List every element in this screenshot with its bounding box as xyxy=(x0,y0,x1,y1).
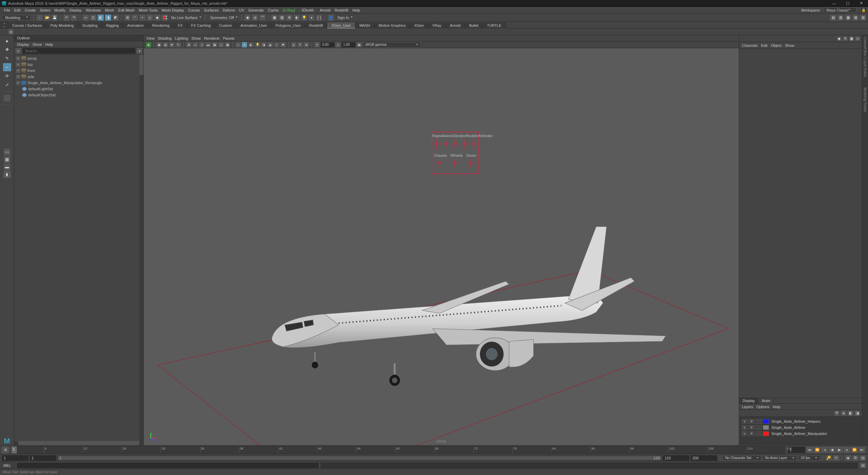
range-start-total[interactable]: 1 xyxy=(2,455,28,461)
vp-color-space-dropdown[interactable]: sRGB gamma xyxy=(363,42,421,48)
vp-select-camera-icon[interactable]: ◉ xyxy=(146,42,151,48)
undo-icon[interactable]: ↶ xyxy=(63,15,70,21)
shelf-tab-animation-user[interactable]: Animation_User xyxy=(236,22,271,28)
vp-safe-title-icon[interactable]: ▣ xyxy=(225,42,230,48)
shelf-tab-rendering[interactable]: Rendering xyxy=(148,22,174,28)
shelf-tab-arnold[interactable]: Arnold xyxy=(446,22,465,28)
layer-type-toggle[interactable] xyxy=(756,425,762,430)
outliner-menu-help[interactable]: Help xyxy=(45,42,53,46)
playblast-icon[interactable]: ▸ xyxy=(309,15,315,21)
vp-2d-pan-icon[interactable]: ✥ xyxy=(169,42,175,48)
layer-row[interactable]: VPSingle_Aisle_Airliner_Manipulator xyxy=(740,431,861,437)
menu-mesh-tools[interactable]: Mesh Tools xyxy=(137,7,159,13)
snap-curve-icon[interactable]: ◠ xyxy=(132,15,138,21)
menu-help[interactable]: Help xyxy=(350,7,362,13)
panel-opt-icon[interactable]: ◆ xyxy=(837,36,842,41)
vp-shaded-icon[interactable]: ● xyxy=(242,42,247,48)
layer-visibility-toggle[interactable]: V xyxy=(742,431,748,436)
vp-isolate-icon[interactable]: ◎ xyxy=(291,42,296,48)
vp-grease-icon[interactable]: ✎ xyxy=(176,42,181,48)
select-component-icon[interactable]: ◩ xyxy=(113,15,119,21)
vp-safe-action-icon[interactable]: ▢ xyxy=(218,42,224,48)
layer-type-toggle[interactable] xyxy=(756,431,762,436)
outliner-search-options-icon[interactable]: ▾ xyxy=(137,48,142,54)
shelf-tab-custom[interactable]: Custom xyxy=(215,22,236,28)
outliner-item[interactable]: defaultObjectSet xyxy=(14,92,143,98)
shelf-tab-bullet[interactable]: Bullet xyxy=(465,22,483,28)
character-set-dropdown[interactable]: No Character Set xyxy=(723,455,761,461)
maya-logo-icon[interactable]: M xyxy=(3,437,11,445)
select-all-icon[interactable]: ◫ xyxy=(90,15,96,21)
file-new-icon[interactable]: ▫ xyxy=(37,15,43,21)
vp-grid-icon[interactable]: ⊞ xyxy=(186,42,192,48)
menu-redshift[interactable]: Redshift xyxy=(333,7,350,13)
layer-row[interactable]: VPSingle_Aisle_Airliner xyxy=(740,424,861,431)
shelf-tab-fx-caching[interactable]: FX Caching xyxy=(187,22,215,28)
vp-xray-joints-icon[interactable]: ⊗ xyxy=(304,42,309,48)
lasso-tool[interactable]: ✥ xyxy=(3,45,11,54)
outliner-item[interactable]: +persp xyxy=(14,55,143,61)
rotate-tool[interactable]: ⟳ xyxy=(3,72,11,80)
range-end[interactable]: 120 xyxy=(663,455,689,461)
select-hierarchy-icon[interactable]: ◧ xyxy=(98,15,104,21)
menu-file[interactable]: File xyxy=(2,7,12,13)
layer-color-swatch[interactable] xyxy=(763,431,769,436)
menu-cache[interactable]: Cache xyxy=(266,7,281,13)
anim-layer-dropdown[interactable]: No Anim Layer xyxy=(763,455,797,461)
vp-ao-icon[interactable]: ◒ xyxy=(268,42,273,48)
layer-visibility-toggle[interactable]: V xyxy=(742,425,748,430)
menu-display[interactable]: Display xyxy=(67,7,84,13)
light-icon[interactable]: 💡 xyxy=(301,15,307,21)
outliner-filter-icon[interactable]: ≡ xyxy=(16,48,21,54)
shelf-tab-vray[interactable]: VRay xyxy=(428,22,446,28)
vp-shadows-icon[interactable]: ◑ xyxy=(261,42,267,48)
step-fwd-button[interactable]: ▸ xyxy=(844,447,850,453)
menu-mesh[interactable]: Mesh xyxy=(103,7,116,13)
menu-deform[interactable]: Deform xyxy=(221,7,237,13)
shelf-tab-polygons-user[interactable]: Polygons_User xyxy=(272,22,305,28)
cmd-language-label[interactable]: MEL xyxy=(0,462,15,469)
command-input[interactable] xyxy=(17,463,319,468)
timeslider-track[interactable]: 1 16121824303642485460667278849096102108… xyxy=(11,446,786,454)
panel-opt-icon[interactable]: ↻ xyxy=(843,36,848,41)
layers-menu-help[interactable]: Help xyxy=(773,405,781,409)
range-track[interactable]: 1 120 xyxy=(58,456,662,460)
shelf-icon-1[interactable]: ◎ xyxy=(8,29,14,35)
outliner-item[interactable]: +Single_Aisle_Airliner_Manipulator_Recta… xyxy=(14,80,143,86)
menu--v-ray-[interactable]: [V-Ray] xyxy=(281,7,297,13)
minimize-button[interactable]: — xyxy=(827,0,841,7)
vp-menu-view[interactable]: View xyxy=(146,36,155,40)
render-icon[interactable]: 🎬 xyxy=(259,15,265,21)
layer-tab-display[interactable]: Display xyxy=(739,398,758,403)
script-editor-toggle-icon[interactable]: ▤ xyxy=(860,463,866,468)
vp-menu-renderer[interactable]: Renderer xyxy=(204,36,220,40)
toggle-modeling-toolkit-icon[interactable]: ▥ xyxy=(837,15,844,21)
menu-modify[interactable]: Modify xyxy=(52,7,67,13)
layer-playback-toggle[interactable]: P xyxy=(749,425,755,430)
menu-generate[interactable]: Generate xyxy=(246,7,266,13)
expand-icon[interactable]: + xyxy=(16,57,20,60)
vp-film-gate-icon[interactable]: ▭ xyxy=(193,42,198,48)
vp-motion-blur-icon[interactable]: ≈ xyxy=(274,42,279,48)
select-mode-icon[interactable]: ▭ xyxy=(83,15,89,21)
workspace-dropdown[interactable]: Maya Classic* xyxy=(824,7,856,13)
outliner-tree[interactable]: +persp+top+front+side+Single_Aisle_Airli… xyxy=(14,55,143,441)
shelf-tab-animation[interactable]: Animation xyxy=(123,22,148,28)
sequence-icon[interactable]: ❘❘ xyxy=(316,15,322,21)
cb-tab-object[interactable]: Object xyxy=(771,43,782,48)
layer-playback-toggle[interactable]: P xyxy=(749,431,755,436)
shelf-tab-redshift[interactable]: Redshift xyxy=(305,22,327,28)
vp-bookmark-icon[interactable]: ▣ xyxy=(156,42,162,48)
menu-uv[interactable]: UV xyxy=(237,7,246,13)
toggle-panel3-icon[interactable]: ▨ xyxy=(860,15,866,21)
layer-move-down-icon[interactable]: ⇊ xyxy=(841,411,846,416)
expand-icon[interactable]: + xyxy=(16,75,20,79)
make-live-icon[interactable]: 🧲 xyxy=(162,15,168,21)
panel-opt-icon[interactable]: ▦ xyxy=(849,36,854,41)
move-tool[interactable]: ↔ xyxy=(3,63,11,71)
layers-menu-options[interactable]: Options xyxy=(756,405,769,409)
outliner-menu-show[interactable]: Show xyxy=(33,42,42,46)
vp-menu-lighting[interactable]: Lighting xyxy=(175,36,188,40)
menu-arnold[interactable]: Arnold xyxy=(318,7,333,13)
snap-grid-icon[interactable]: ⊞ xyxy=(124,15,131,21)
